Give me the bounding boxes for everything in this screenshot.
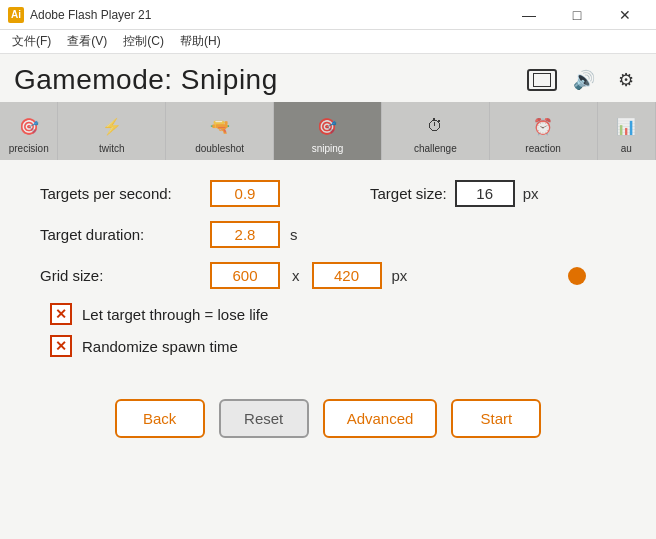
check-icon-2: ✕ [55,339,67,353]
flash-container: Gamemode: Sniping 🔊 ⚙ 🎯 precision [0,54,656,539]
menu-bar: 文件(F) 查看(V) 控制(C) 帮助(H) [0,30,656,54]
checkbox-let-target-row: ✕ Let target through = lose life [40,303,616,325]
grid-size-row: Grid size: x px [40,262,616,289]
svg-rect-0 [533,73,551,87]
tab-doubleshot-label: doubleshot [195,143,244,154]
gear-icon: ⚙ [618,69,634,91]
tab-twitch[interactable]: ⚡ twitch [58,102,166,160]
grid-size-height-input[interactable] [312,262,382,289]
grid-size-label: Grid size: [40,267,200,284]
checkbox-randomize-row: ✕ Randomize spawn time [40,335,616,357]
reset-button[interactable]: Reset [219,399,309,438]
au-icon: 📊 [611,111,641,141]
content-area: Targets per second: Target size: px Targ… [0,160,656,381]
tab-challenge-label: challenge [414,143,457,154]
tab-au[interactable]: 📊 au [598,102,656,160]
page-title: Gamemode: Sniping [14,64,278,96]
checkbox-let-target[interactable]: ✕ [50,303,72,325]
menu-view[interactable]: 查看(V) [59,31,115,52]
target-size-unit: px [523,185,539,202]
tab-reaction[interactable]: ⏰ reaction [490,102,598,160]
checkboxes-area: ✕ Let target through = lose life ✕ Rando… [40,303,616,357]
volume-button[interactable]: 🔊 [568,64,600,96]
grid-size-x: x [290,267,302,284]
target-size-label: Target size: [370,185,447,202]
advanced-button[interactable]: Advanced [323,399,438,438]
precision-icon: 🎯 [14,111,44,141]
app-icon: Ai [8,7,24,23]
checkbox-randomize[interactable]: ✕ [50,335,72,357]
menu-file[interactable]: 文件(F) [4,31,59,52]
reaction-icon: ⏰ [528,111,558,141]
settings-button[interactable]: ⚙ [610,64,642,96]
tab-precision-label: precision [9,143,49,154]
checkbox-randomize-label: Randomize spawn time [82,338,238,355]
target-duration-input[interactable] [210,221,280,248]
tab-precision[interactable]: 🎯 precision [0,102,58,160]
targets-per-second-label: Targets per second: [40,185,200,202]
tab-doubleshot[interactable]: 🔫 doubleshot [166,102,274,160]
bottom-buttons: Back Reset Advanced Start [0,381,656,448]
challenge-icon: ⏱ [420,111,450,141]
close-button[interactable]: ✕ [602,0,648,30]
target-duration-row: Target duration: s [40,221,616,248]
tab-twitch-label: twitch [99,143,125,154]
window-controls: — □ ✕ [506,0,648,30]
check-icon: ✕ [55,307,67,321]
fullscreen-button[interactable] [526,64,558,96]
menu-help[interactable]: 帮助(H) [172,31,229,52]
minimize-button[interactable]: — [506,0,552,30]
tab-au-label: au [621,143,632,154]
start-button[interactable]: Start [451,399,541,438]
window-title: Adobe Flash Player 21 [30,8,506,22]
header-bar: Gamemode: Sniping 🔊 ⚙ [0,54,656,102]
tab-sniping-label: sniping [312,143,344,154]
orange-dot [568,267,586,285]
tab-sniping[interactable]: 🎯 sniping [274,102,382,160]
sniping-icon: 🎯 [312,111,342,141]
targets-per-second-row: Targets per second: Target size: px [40,180,616,207]
volume-icon: 🔊 [573,69,595,91]
tab-reaction-label: reaction [525,143,561,154]
tab-challenge[interactable]: ⏱ challenge [382,102,490,160]
back-button[interactable]: Back [115,399,205,438]
menu-control[interactable]: 控制(C) [115,31,172,52]
fullscreen-icon [527,69,557,91]
maximize-button[interactable]: □ [554,0,600,30]
targets-per-second-input[interactable] [210,180,280,207]
checkbox-let-target-label: Let target through = lose life [82,306,268,323]
title-bar: Ai Adobe Flash Player 21 — □ ✕ [0,0,656,30]
grid-size-width-input[interactable] [210,262,280,289]
grid-size-unit: px [392,267,408,284]
doubleshot-icon: 🔫 [205,111,235,141]
header-icons: 🔊 ⚙ [526,64,642,96]
target-duration-label: Target duration: [40,226,200,243]
mode-tabs: 🎯 precision ⚡ twitch 🔫 doubleshot 🎯 snip… [0,102,656,160]
target-size-input[interactable] [455,180,515,207]
target-size-group: Target size: px [370,180,539,207]
target-duration-unit: s [290,226,298,243]
twitch-icon: ⚡ [97,111,127,141]
